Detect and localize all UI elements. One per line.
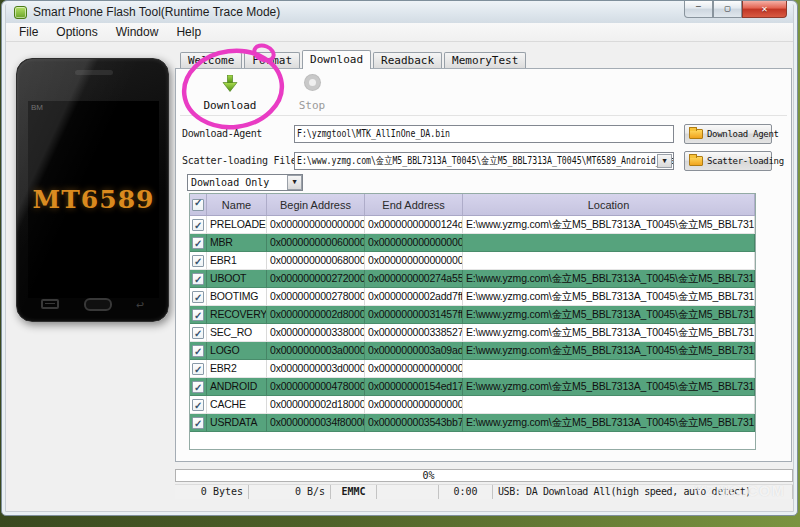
menu-options[interactable]: Options [47, 23, 106, 41]
cell-begin: 0x0000000002780000 [267, 288, 365, 306]
title-bar[interactable]: Smart Phone Flash Tool(Runtime Trace Mod… [6, 1, 793, 23]
partition-table: Name Begin Address End Address Location … [189, 193, 756, 450]
header-name[interactable]: Name [207, 194, 267, 215]
download-mode-select[interactable]: Download Only [187, 174, 303, 191]
cell-name: LOGO [207, 342, 267, 360]
cell-end: 0x0000000002add7ff [365, 288, 463, 306]
minimize-button[interactable] [684, 1, 713, 18]
table-row-android[interactable]: ANDROID0x00000000047800000x00000000154ed… [190, 378, 755, 396]
stop-icon [305, 75, 320, 90]
tab-welcome[interactable]: Welcome [180, 52, 242, 68]
table-body: PRELOADER0x00000000000000000x00000000000… [190, 216, 755, 432]
table-row-logo[interactable]: LOGO0x0000000003a000000x0000000003a09adb… [190, 342, 755, 360]
menu-window[interactable]: Window [107, 23, 168, 41]
cell-begin: 0x0000000002d80000 [267, 306, 365, 324]
cell-location: E:\www.yzmg.com\金立M5_BBL7313A_T0045\金立M5… [463, 378, 755, 396]
tab-strip: WelcomeFormatDownloadReadbackMemoryTest [175, 49, 792, 68]
cell-location [463, 396, 755, 414]
phone-earpiece [75, 70, 113, 75]
download-button-label: Download [204, 99, 257, 112]
row-checkbox[interactable] [192, 273, 204, 285]
cell-name: EBR2 [207, 360, 267, 378]
app-window: Smart Phone Flash Tool(Runtime Trace Mod… [1, 0, 798, 516]
table-row-cache[interactable]: CACHE0x000000002d1800000x000000000000000… [190, 396, 755, 414]
download-button[interactable]: Download [194, 73, 266, 113]
table-row-usrdata[interactable]: USRDATA0x0000000034f800000x000000003543b… [190, 414, 755, 432]
stop-button[interactable]: Stop [276, 73, 348, 113]
table-row-uboot[interactable]: UBOOT0x00000000027200000x000000000274a55… [190, 270, 755, 288]
status-spacer [377, 485, 439, 499]
close-button[interactable] [742, 1, 787, 18]
row-checkbox-cell [190, 360, 207, 378]
row-checkbox[interactable] [192, 327, 204, 339]
scatter-file-value: E:\www.yzmg.com\金立M5_BBL7313A_T0045\金立M5… [297, 153, 674, 169]
header-begin-address[interactable]: Begin Address [267, 194, 365, 215]
row-checkbox-cell [190, 252, 207, 270]
phone-corner-label: BM [31, 103, 43, 112]
cell-begin: 0x0000000003d00000 [267, 360, 365, 378]
scatter-dropdown-arrow-icon[interactable] [657, 154, 672, 168]
scatter-file-combobox[interactable]: E:\www.yzmg.com\金立M5_BBL7313A_T0045\金立M5… [294, 152, 674, 170]
status-elapsed-time: 0:00 [439, 485, 493, 499]
table-row-recovery[interactable]: RECOVERY0x0000000002d800000x000000000314… [190, 306, 755, 324]
cell-name: BOOTIMG [207, 288, 267, 306]
menu-help[interactable]: Help [167, 23, 210, 41]
row-checkbox[interactable] [192, 363, 204, 375]
row-checkbox[interactable] [192, 345, 204, 357]
folder-icon [689, 129, 703, 139]
phone-chipset-label: MT6589 [33, 185, 155, 214]
cell-begin: 0x0000000004780000 [267, 378, 365, 396]
phone-illustration: BM MT6589 [16, 58, 169, 322]
row-checkbox-cell [190, 270, 207, 288]
row-checkbox[interactable] [192, 417, 204, 429]
row-checkbox-cell [190, 234, 207, 252]
tab-download[interactable]: Download [302, 50, 371, 69]
maximize-button[interactable] [713, 1, 742, 18]
cell-begin: 0x0000000000000000 [267, 216, 365, 234]
row-checkbox-cell [190, 414, 207, 432]
scatter-browse-label: Scatter-loading [707, 156, 784, 166]
cell-end: 0x000000000338527f [365, 324, 463, 342]
mode-dropdown-arrow-icon[interactable] [287, 175, 302, 190]
select-all-checkbox[interactable] [192, 199, 204, 211]
table-row-preloader[interactable]: PRELOADER0x00000000000000000x00000000000… [190, 216, 755, 234]
row-checkbox[interactable] [192, 309, 204, 321]
row-checkbox[interactable] [192, 381, 204, 393]
row-checkbox[interactable] [192, 237, 204, 249]
cell-location: E:\www.yzmg.com\金立M5_BBL7313A_T0045\金立M5… [463, 324, 755, 342]
cell-name: UBOOT [207, 270, 267, 288]
row-checkbox-cell [190, 396, 207, 414]
table-row-sec_ro[interactable]: SEC_RO0x00000000033800000x00000000033852… [190, 324, 755, 342]
table-row-ebr2[interactable]: EBR20x0000000003d000000x0000000000000000 [190, 360, 755, 378]
cell-end: 0x0000000000000000 [365, 234, 463, 252]
phone-keys [17, 295, 168, 313]
row-checkbox-cell [190, 288, 207, 306]
download-agent-input[interactable]: F:\yzmgtool\MTK_AllInOne_DA.bin [294, 125, 674, 143]
cell-end: 0x00000000154ed17f [365, 378, 463, 396]
select-all-checkbox-cell [190, 194, 207, 215]
row-checkbox[interactable] [192, 255, 204, 267]
cell-name: ANDROID [207, 378, 267, 396]
tab-memorytest[interactable]: MemoryTest [444, 52, 526, 68]
toolbar-separator [180, 115, 787, 116]
tab-readback[interactable]: Readback [373, 52, 442, 68]
header-location[interactable]: Location [463, 194, 755, 215]
cell-name: RECOVERY [207, 306, 267, 324]
menu-file[interactable]: File [10, 23, 47, 41]
scatter-browse-button[interactable]: Scatter-loading [684, 151, 772, 171]
table-row-bootimg[interactable]: BOOTIMG0x00000000027800000x0000000002add… [190, 288, 755, 306]
table-row-mbr[interactable]: MBR0x00000000006000000x0000000000000000 [190, 234, 755, 252]
tab-format[interactable]: Format [244, 52, 300, 68]
table-row-ebr1[interactable]: EBR10x00000000006800000x0000000000000000 [190, 252, 755, 270]
phone-back-key-icon [136, 298, 144, 311]
cell-location [463, 360, 755, 378]
row-checkbox[interactable] [192, 219, 204, 231]
download-agent-browse-button[interactable]: Download Agent [684, 124, 772, 144]
cell-end: 0x000000000274a55f [365, 270, 463, 288]
phone-home-key-icon [84, 298, 112, 311]
row-checkbox-cell [190, 342, 207, 360]
row-checkbox-cell [190, 324, 207, 342]
row-checkbox[interactable] [192, 399, 204, 411]
row-checkbox[interactable] [192, 291, 204, 303]
header-end-address[interactable]: End Address [365, 194, 463, 215]
